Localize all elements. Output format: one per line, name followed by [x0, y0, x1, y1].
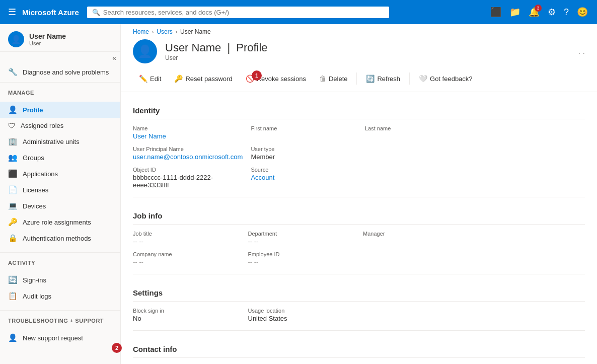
department-field: Department -- -- — [248, 231, 355, 245]
revoke-sessions-button[interactable]: 🚫 Revoke sessions — [240, 71, 312, 86]
audit-logs-icon: 📋 — [8, 292, 18, 301]
notifications-icon[interactable]: 🔔 3 — [526, 4, 543, 21]
cloud-shell-icon[interactable]: ⬛ — [487, 4, 504, 21]
sidebar-item-groups[interactable]: 👥 Groups — [0, 150, 120, 166]
usage-location-label: Usage location — [248, 308, 355, 314]
sidebar-item-audit-logs[interactable]: 📋 Audit logs — [0, 288, 120, 304]
admin-units-icon: 🏢 — [8, 137, 18, 146]
search-input[interactable] — [103, 9, 384, 16]
contact-section-header: Contact info — [133, 339, 585, 358]
sidebar-item-profile[interactable]: 👤 Profile — [0, 102, 120, 118]
support-section: 👤 New support request — [0, 326, 120, 350]
source-value[interactable]: Account — [251, 174, 357, 181]
directory-icon[interactable]: 📁 — [506, 4, 524, 21]
sidebar-item-label: Assigned roles — [21, 122, 63, 129]
refresh-button[interactable]: 🔄 Refresh — [360, 71, 406, 86]
page-title: User Name | Profile — [165, 41, 268, 54]
object-id-value: bbbbcccc-1111-dddd-2222-eeee3333ffff — [133, 174, 243, 189]
sidebar-user-header: 👤 User Name User — [0, 24, 120, 52]
search-icon: 🔍 — [92, 9, 100, 16]
job-title-value: -- -- — [133, 238, 240, 245]
sidebar-item-new-support[interactable]: 👤 New support request — [0, 330, 120, 346]
sidebar-item-diagnose[interactable]: 🔧 Diagnose and solve problems — [0, 64, 120, 80]
search-bar[interactable]: 🔍 — [87, 7, 389, 18]
settings-section-header: Settings — [133, 282, 585, 302]
reset-password-button[interactable]: 🔑 Reset password — [168, 71, 238, 86]
job-grid: Job title -- -- Department -- -- Manager… — [133, 231, 585, 266]
refresh-icon: 🔄 — [366, 75, 375, 83]
company-name-value: -- -- — [133, 258, 240, 266]
sidebar-item-label: Devices — [23, 202, 46, 210]
sidebar-item-licenses[interactable]: 📄 Licenses — [0, 182, 120, 198]
block-sign-in-label: Block sign in — [133, 308, 240, 314]
settings-grid: Block sign in No Usage location United S… — [133, 308, 585, 322]
page-subtitle: User — [165, 54, 268, 61]
toolbar-divider — [356, 72, 357, 85]
identity-section-header: Identity — [133, 100, 585, 119]
sidebar-item-devices[interactable]: 💻 Devices — [0, 198, 120, 214]
page-header-avatar: 👤 — [133, 39, 157, 63]
collapse-icon[interactable]: « — [112, 54, 116, 62]
diagnose-icon: 🔧 — [8, 67, 18, 77]
department-value: -- -- — [248, 238, 355, 245]
identity-divider — [133, 197, 585, 197]
azure-logo: Microsoft Azure — [22, 8, 79, 17]
sidebar-avatar: 👤 — [8, 31, 24, 47]
delete-button[interactable]: 🗑 Delete — [313, 71, 354, 86]
sidebar-username: User Name — [29, 32, 66, 40]
auth-methods-icon: 🔒 — [8, 234, 18, 243]
collapse-btn[interactable]: « — [0, 52, 120, 64]
breadcrumb-sep-1: › — [152, 29, 154, 35]
toolbar: 1 ✏️ Edit 🔑 Reset password 🚫 Revoke sess… — [121, 67, 597, 92]
identity-grid: Name User Name First name Last name User… — [133, 125, 585, 189]
user-type-value: Member — [251, 153, 357, 161]
job-divider — [133, 274, 585, 274]
block-sign-in-field: Block sign in No — [133, 308, 240, 322]
sidebar-item-label: Administrative units — [23, 138, 80, 145]
page-title-name: User Name — [165, 41, 221, 54]
groups-icon: 👥 — [8, 153, 18, 162]
sidebar-item-label: Groups — [23, 154, 44, 162]
new-support-icon: 👤 — [8, 333, 18, 342]
upn-value[interactable]: user.name@contoso.onmicrosoft.com — [133, 153, 243, 161]
delete-icon: 🗑 — [319, 75, 326, 83]
name-label: Name — [133, 125, 243, 131]
settings-icon[interactable]: ⚙ — [545, 4, 559, 21]
sidebar-item-label: New support request — [23, 334, 83, 342]
sidebar-item-label: Audit logs — [23, 293, 51, 300]
breadcrumb-users[interactable]: Users — [157, 28, 172, 35]
sidebar-item-assigned-roles[interactable]: 🛡 Assigned roles — [0, 118, 120, 133]
company-name-label: Company name — [133, 251, 240, 257]
feedback-button[interactable]: 🤍 Got feedback? — [413, 71, 479, 86]
edit-button[interactable]: ✏️ Edit — [133, 71, 167, 86]
hamburger-icon[interactable]: ☰ — [6, 5, 18, 20]
azure-role-icon: 🔑 — [8, 217, 18, 227]
sidebar-item-label: Azure role assignments — [23, 219, 91, 226]
name-value[interactable]: User Name — [133, 132, 243, 140]
profile-icon[interactable]: 😊 — [574, 4, 591, 21]
sidebar-item-sign-ins[interactable]: 🔄 Sign-ins — [0, 272, 120, 288]
breadcrumb-current: User Name — [180, 28, 211, 35]
user-type-field: User type Member — [251, 146, 357, 161]
user-type-label: User type — [251, 146, 357, 152]
employee-id-label: Employee ID — [248, 251, 355, 257]
help-icon[interactable]: ? — [561, 4, 572, 21]
sidebar-item-azure-role[interactable]: 🔑 Azure role assignments — [0, 214, 120, 230]
sidebar-item-label: Authentication methods — [23, 235, 91, 242]
sidebar-item-auth-methods[interactable]: 🔒 Authentication methods — [0, 230, 120, 246]
object-id-label: Object ID — [133, 167, 243, 173]
manage-group-label: Manage — [0, 85, 120, 98]
breadcrumb: Home › Users › User Name — [121, 24, 597, 39]
sidebar-item-applications[interactable]: ⬛ Applications — [0, 166, 120, 182]
breadcrumb-home[interactable]: Home — [133, 28, 149, 35]
sidebar-item-admin-units[interactable]: 🏢 Administrative units — [0, 133, 120, 150]
manager-field: Manager — [363, 231, 470, 245]
object-id-field: Object ID bbbbcccc-1111-dddd-2222-eeee33… — [133, 167, 243, 189]
content-area: Home › Users › User Name 👤 User Name | P… — [121, 24, 597, 364]
topbar-icons: ⬛ 📁 🔔 3 ⚙ ? 😊 — [487, 4, 591, 21]
sign-ins-icon: 🔄 — [8, 275, 18, 284]
sidebar-item-label: Profile — [23, 106, 43, 114]
manage-section: 👤 Profile 🛡 Assigned roles 🏢 Administrat… — [0, 98, 120, 250]
job-section-header: Job info — [133, 205, 585, 225]
usage-location-field: Usage location United States — [248, 308, 355, 322]
